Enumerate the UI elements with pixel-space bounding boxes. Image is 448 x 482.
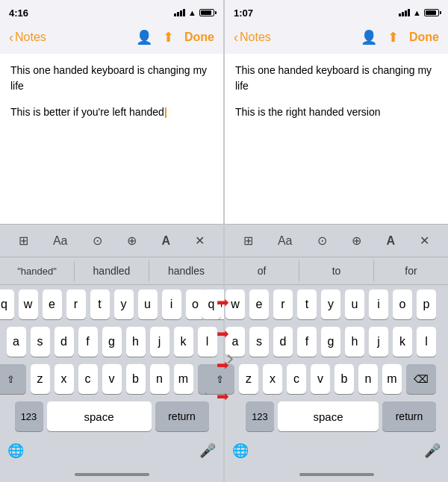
right-aa-icon[interactable]: Aa xyxy=(273,231,297,251)
right-autocomplete-1[interactable]: to xyxy=(299,260,374,281)
right-plus-icon[interactable]: ⊕ xyxy=(347,231,366,251)
left-note-line2: This is better if you're left handed xyxy=(10,104,213,120)
r-key-k[interactable]: k xyxy=(393,327,412,357)
red-arrow-4: ➡ xyxy=(217,389,229,404)
key-t[interactable]: t xyxy=(90,289,110,319)
r-key-z[interactable]: z xyxy=(239,364,258,394)
wifi-icon: ▲ xyxy=(188,8,196,17)
key-g[interactable]: g xyxy=(102,327,122,357)
right-kb-row-4: 123 space return xyxy=(228,401,436,431)
key-f[interactable]: f xyxy=(78,327,98,357)
key-b[interactable]: b xyxy=(126,364,146,394)
r-key-h[interactable]: h xyxy=(345,327,364,357)
r-key-c[interactable]: c xyxy=(287,364,306,394)
r-key-p[interactable]: p xyxy=(417,289,436,319)
left-format-icon[interactable]: A xyxy=(157,231,175,251)
left-note-line1: This one handed keyboard is changing my … xyxy=(10,63,213,94)
right-done-button[interactable]: Done xyxy=(409,31,439,44)
right-keyboard: › q w e r t y u i o p a s d f g h j xyxy=(225,285,448,434)
key-r[interactable]: r xyxy=(66,289,86,319)
key-v[interactable]: v xyxy=(102,364,122,394)
left-kb-row-3: ⇧ z x c v b n m ⌫ xyxy=(3,364,220,394)
left-shift-key[interactable]: ⇧ xyxy=(0,364,26,394)
left-header-right: 👤 ⬆ Done xyxy=(136,29,214,46)
r-key-m[interactable]: m xyxy=(382,364,402,394)
r-key-b[interactable]: b xyxy=(335,364,354,394)
key-j[interactable]: j xyxy=(150,327,169,357)
key-m[interactable]: m xyxy=(174,364,193,394)
left-add-person-icon[interactable]: 👤 xyxy=(136,29,152,46)
key-q[interactable]: q xyxy=(0,289,14,319)
r-key-f[interactable]: f xyxy=(297,327,317,357)
right-num-key[interactable]: 123 xyxy=(246,401,274,431)
right-grid-icon[interactable]: ⊞ xyxy=(239,231,258,251)
right-share-icon[interactable]: ⬆ xyxy=(388,29,399,46)
r-key-l[interactable]: l xyxy=(417,327,436,357)
right-autocomplete-2[interactable]: for xyxy=(374,260,448,281)
key-i[interactable]: i xyxy=(162,289,181,319)
left-globe-icon[interactable]: 🌐 xyxy=(7,442,24,459)
key-y[interactable]: y xyxy=(114,289,134,319)
left-kb-row-4: 123 space return xyxy=(3,401,220,431)
right-check-icon[interactable]: ⊙ xyxy=(313,231,332,251)
left-autocomplete-2[interactable]: handles xyxy=(149,260,223,281)
key-w[interactable]: w xyxy=(19,289,38,319)
left-done-button[interactable]: Done xyxy=(184,31,214,44)
left-keyboard: q w e r t y u i o p a s d f g h j k l xyxy=(0,285,223,434)
right-notes-header: ‹ Notes 👤 ⬆ Done xyxy=(225,21,448,54)
key-s[interactable]: s xyxy=(31,327,50,357)
left-grid-icon[interactable]: ⊞ xyxy=(14,231,33,251)
key-e[interactable]: e xyxy=(43,289,62,319)
left-return-key[interactable]: return xyxy=(155,401,209,431)
left-close-icon[interactable]: ✕ xyxy=(190,231,209,251)
key-h[interactable]: h xyxy=(126,327,146,357)
right-back-button[interactable]: ‹ Notes xyxy=(234,30,271,46)
r-key-o[interactable]: o xyxy=(393,289,412,319)
r-key-x[interactable]: x xyxy=(263,364,282,394)
r-key-g[interactable]: g xyxy=(321,327,340,357)
right-note-line2: This is the right handed version xyxy=(235,104,438,120)
key-d[interactable]: d xyxy=(55,327,74,357)
key-l[interactable]: l xyxy=(198,327,217,357)
left-kb-toolbar: ⊞ Aa ⊙ ⊕ A ✕ xyxy=(0,224,223,257)
right-format-icon[interactable]: A xyxy=(382,231,399,251)
right-globe-icon[interactable]: 🌐 xyxy=(232,442,249,459)
key-z[interactable]: z xyxy=(31,364,50,394)
right-chevron-icon: ‹ xyxy=(234,30,238,46)
r-key-s[interactable]: s xyxy=(249,327,269,357)
left-aa-icon[interactable]: Aa xyxy=(49,231,72,251)
left-mic-icon[interactable]: 🎤 xyxy=(199,442,216,459)
left-plus-icon[interactable]: ⊕ xyxy=(122,231,141,251)
left-autocomplete-0[interactable]: "handed" xyxy=(0,261,75,281)
key-x[interactable]: x xyxy=(55,364,74,394)
r-key-n[interactable]: n xyxy=(358,364,378,394)
key-n[interactable]: n xyxy=(150,364,169,394)
r-key-r[interactable]: r xyxy=(273,289,293,319)
r-key-d[interactable]: d xyxy=(273,327,293,357)
left-check-icon[interactable]: ⊙ xyxy=(88,231,107,251)
r-key-e[interactable]: e xyxy=(249,289,269,319)
right-return-key[interactable]: return xyxy=(382,401,436,431)
r-key-v[interactable]: v xyxy=(311,364,330,394)
left-back-button[interactable]: ‹ Notes xyxy=(9,30,46,46)
r-key-u[interactable]: u xyxy=(345,289,364,319)
key-u[interactable]: u xyxy=(138,289,158,319)
right-add-person-icon[interactable]: 👤 xyxy=(361,29,377,46)
key-a[interactable]: a xyxy=(7,327,26,357)
right-delete-key[interactable]: ⌫ xyxy=(406,364,436,394)
r-key-t[interactable]: t xyxy=(297,289,317,319)
battery-icon xyxy=(199,9,214,16)
left-autocomplete-1[interactable]: handled xyxy=(75,260,149,281)
key-k[interactable]: k xyxy=(174,327,193,357)
right-mic-icon[interactable]: 🎤 xyxy=(424,442,441,459)
r-key-j[interactable]: j xyxy=(369,327,388,357)
key-c[interactable]: c xyxy=(78,364,98,394)
left-num-key[interactable]: 123 xyxy=(15,401,43,431)
right-autocomplete-0[interactable]: of xyxy=(225,260,299,281)
right-close-icon[interactable]: ✕ xyxy=(415,231,434,251)
r-key-i[interactable]: i xyxy=(369,289,388,319)
r-key-y[interactable]: y xyxy=(321,289,340,319)
left-share-icon[interactable]: ⬆ xyxy=(163,29,174,46)
left-space-key[interactable]: space xyxy=(47,401,152,431)
right-space-key[interactable]: space xyxy=(278,401,379,431)
